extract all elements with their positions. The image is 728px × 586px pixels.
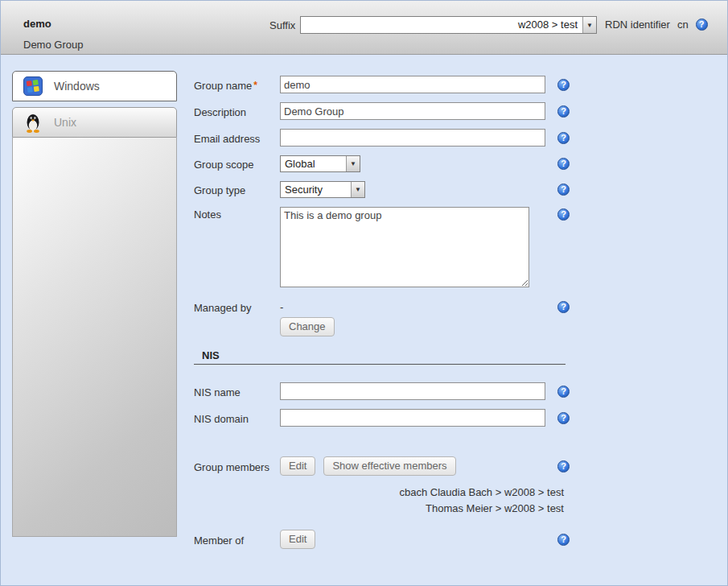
group-scope-select[interactable]: Global ▼ (280, 155, 360, 172)
member-item: cbach Claudia Bach > w2008 > test (194, 485, 564, 501)
group-name-input[interactable] (280, 76, 545, 93)
tab-windows-label: Windows (54, 80, 100, 93)
description-label: Description (194, 105, 280, 118)
tux-penguin-icon (23, 112, 43, 133)
required-marker: * (253, 80, 257, 91)
help-icon[interactable]: ? (557, 79, 570, 91)
help-icon[interactable]: ? (557, 386, 570, 398)
notes-label: Notes (194, 207, 280, 221)
nis-name-label: NIS name (194, 385, 280, 398)
description-row: Description ? (194, 102, 596, 120)
group-name-row: Group name* ? (194, 76, 596, 93)
chevron-down-icon: ▼ (582, 17, 596, 33)
group-type-row: Group type Security ▼ ? (194, 181, 596, 198)
nis-domain-label: NIS domain (194, 411, 280, 425)
group-edit-window: demo Demo Group Suffix w2008 > test ▼ RD… (0, 0, 728, 586)
chevron-down-icon: ▼ (351, 182, 364, 197)
suffix-label: Suffix (269, 19, 295, 31)
managed-by-value: - (280, 301, 283, 313)
show-effective-members-button[interactable]: Show effective members (323, 456, 455, 476)
help-icon[interactable]: ? (557, 105, 570, 118)
chevron-down-icon: ▼ (346, 156, 360, 171)
nis-section-header: NIS (194, 349, 566, 365)
windows-logo-icon (23, 76, 43, 97)
suffix-select[interactable]: w2008 > test ▼ (300, 16, 597, 34)
description-input[interactable] (280, 102, 545, 120)
group-scope-label: Group scope (194, 157, 280, 171)
main-area: Windows Unix (1, 55, 727, 586)
email-input[interactable] (280, 129, 545, 146)
email-row: Email address ? (194, 129, 596, 146)
help-icon[interactable]: ? (557, 208, 570, 221)
form-panel: Group name* ? Description ? Email addres… (194, 55, 596, 549)
group-members-edit-button[interactable]: Edit (280, 456, 315, 476)
managed-by-label: Managed by (194, 300, 280, 314)
tab-unix-label: Unix (54, 116, 76, 129)
managed-by-row: Managed by - ? (194, 300, 596, 314)
notes-row: Notes This is a demo group ? (194, 207, 596, 287)
group-members-list: cbach Claudia Bach > w2008 > test Thomas… (194, 485, 564, 517)
help-icon[interactable]: ? (696, 19, 708, 31)
notes-textarea[interactable]: This is a demo group (280, 207, 529, 287)
nis-name-row: NIS name ? (194, 382, 596, 400)
title-bar: demo Demo Group Suffix w2008 > test ▼ RD… (1, 1, 727, 55)
help-icon[interactable]: ? (557, 534, 570, 546)
member-of-label: Member of (194, 533, 280, 547)
rdn-value: cn (677, 19, 689, 31)
page-subtitle: Demo Group (23, 39, 83, 51)
tab-unix[interactable]: Unix (12, 107, 177, 138)
rdn-identifier-group: RDN identifier cn ? (605, 19, 708, 31)
email-label: Email address (194, 131, 280, 145)
suffix-select-value: w2008 > test (301, 17, 582, 33)
group-type-label: Group type (194, 183, 280, 196)
sidebar-panel (12, 138, 177, 537)
member-of-row: Member of Edit ? (194, 530, 596, 549)
page-title: demo (23, 18, 51, 30)
group-members-row: Group members Edit Show effective member… (194, 456, 596, 476)
tab-windows[interactable]: Windows (12, 71, 177, 101)
member-item: Thomas Meier > w2008 > test (194, 501, 564, 517)
sidebar: Windows Unix (12, 71, 177, 537)
help-icon[interactable]: ? (557, 412, 570, 424)
help-icon[interactable]: ? (557, 460, 570, 473)
managed-by-change-row: Change (194, 317, 596, 336)
group-scope-value: Global (281, 156, 346, 171)
group-type-select[interactable]: Security ▼ (280, 181, 365, 198)
help-icon[interactable]: ? (557, 132, 570, 144)
group-type-value: Security (281, 182, 351, 197)
group-name-label: Group name* (194, 78, 280, 92)
nis-domain-row: NIS domain ? (194, 409, 596, 427)
group-scope-row: Group scope Global ▼ ? (194, 155, 596, 172)
help-icon[interactable]: ? (557, 158, 570, 170)
rdn-label: RDN identifier (605, 19, 670, 31)
member-of-edit-button[interactable]: Edit (280, 530, 315, 549)
group-members-label: Group members (194, 460, 280, 473)
change-button[interactable]: Change (280, 317, 335, 336)
help-icon[interactable]: ? (557, 301, 570, 313)
nis-name-input[interactable] (280, 382, 545, 400)
nis-domain-input[interactable] (280, 409, 545, 427)
help-icon[interactable]: ? (557, 184, 570, 196)
